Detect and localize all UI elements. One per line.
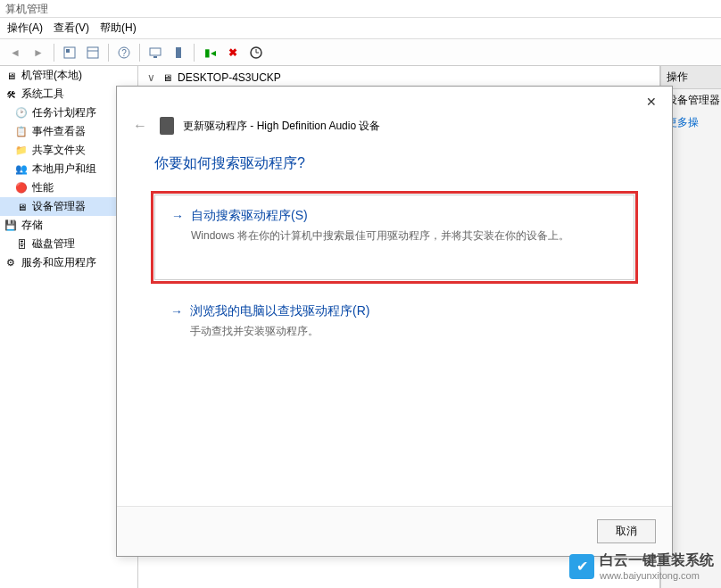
scan-hardware-icon[interactable]: ▮◂: [200, 43, 220, 62]
close-icon[interactable]: ✕: [638, 90, 665, 113]
option-browse-title: 浏览我的电脑以查找驱动程序(R): [190, 303, 369, 319]
device-root[interactable]: ∨ 🖥 DESKTOP-4S3UCKP: [138, 70, 659, 86]
help-icon[interactable]: ?: [114, 43, 134, 62]
toolbar: ◄ ► ? ▮◂ ✖: [0, 39, 721, 66]
expander-icon[interactable]: ∨: [145, 71, 156, 84]
menu-view[interactable]: 查看(V): [54, 21, 89, 36]
computer-icon: 🖥: [160, 70, 174, 85]
device-icon: [160, 117, 174, 135]
toolbar-btn-1[interactable]: [60, 43, 79, 62]
update-driver-dialog: ✕ ← 更新驱动程序 - High Definition Audio 设备 你要…: [116, 86, 673, 557]
option-auto-title: 自动搜索驱动程序(S): [191, 208, 308, 224]
watermark-logo-icon: ✔: [569, 554, 594, 579]
tools-icon: 🛠: [4, 87, 18, 102]
storage-icon: 💾: [4, 219, 18, 233]
watermark-url: www.baiyunxitong.com: [600, 570, 714, 581]
watermark-brand: 白云一键重装系统: [600, 551, 714, 570]
menu-action[interactable]: 操作(A): [7, 21, 43, 36]
dialog-heading: 你要如何搜索驱动程序?: [154, 154, 634, 173]
nav-back-icon: ◄: [5, 43, 25, 62]
svg-rect-8: [176, 47, 181, 58]
update-icon[interactable]: [246, 43, 266, 62]
perf-icon: 🔴: [14, 181, 29, 195]
back-icon[interactable]: ←: [133, 118, 151, 134]
menubar: 操作(A) 查看(V) 帮助(H): [0, 18, 721, 39]
watermark: ✔ 白云一键重装系统 www.baiyunxitong.com: [569, 551, 714, 581]
tree-root[interactable]: 🖥 机管理(本地): [0, 66, 137, 85]
svg-rect-6: [150, 48, 161, 55]
dialog-title: 更新驱动程序 - High Definition Audio 设备: [183, 119, 380, 134]
disk-icon: 🗄: [14, 237, 29, 252]
cancel-button[interactable]: 取消: [597, 519, 656, 543]
uninstall-icon[interactable]: ✖: [223, 43, 243, 62]
users-icon: 👥: [14, 162, 29, 177]
svg-rect-2: [87, 47, 98, 58]
arrow-icon: →: [170, 304, 183, 319]
option-browse-subtitle: 手动查找并安装驱动程序。: [190, 323, 618, 339]
device-icon[interactable]: [169, 43, 188, 62]
svg-text:?: ?: [121, 48, 127, 58]
event-icon: 📋: [14, 125, 29, 139]
nav-fwd-icon: ►: [29, 43, 48, 62]
svg-rect-1: [66, 49, 70, 53]
option-browse[interactable]: → 浏览我的电脑以查找驱动程序(R) 手动查找并安装驱动程序。: [154, 303, 634, 339]
folder-icon: 📁: [14, 144, 29, 158]
window-title: 算机管理: [0, 0, 721, 18]
svg-rect-7: [153, 56, 157, 58]
option-auto-search[interactable]: → 自动搜索驱动程序(S) Windows 将在你的计算机中搜索最佳可用驱动程序…: [154, 195, 634, 280]
computer-icon: 🖥: [4, 69, 18, 83]
toolbar-btn-2[interactable]: [83, 43, 103, 62]
clock-icon: 🕑: [14, 106, 29, 120]
monitor-icon[interactable]: [145, 43, 165, 62]
option-auto-subtitle: Windows 将在你的计算机中搜索最佳可用驱动程序，并将其安装在你的设备上。: [191, 228, 617, 244]
services-icon: ⚙: [4, 256, 18, 270]
devmgr-icon: 🖥: [14, 200, 29, 214]
arrow-icon: →: [171, 209, 184, 223]
menu-help[interactable]: 帮助(H): [100, 21, 137, 36]
